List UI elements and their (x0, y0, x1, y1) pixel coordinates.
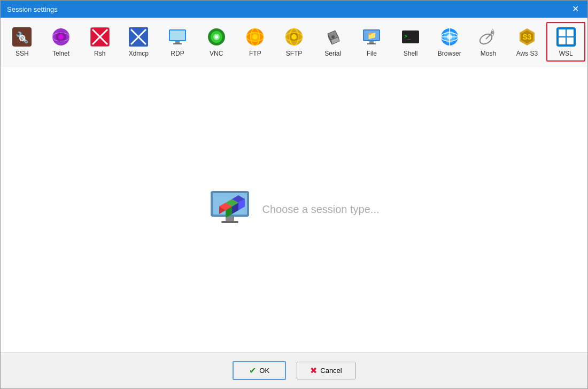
browser-label: Browser (438, 50, 461, 57)
svg-point-30 (291, 34, 297, 40)
svg-rect-56 (559, 37, 566, 44)
wsl-icon (555, 26, 577, 48)
telnet-label: Telnet (52, 50, 69, 57)
ok-button[interactable]: ✔ OK (233, 361, 286, 380)
svg-rect-16 (170, 30, 185, 40)
svg-rect-37 (369, 41, 374, 43)
svg-rect-38 (367, 43, 376, 44)
ftp-icon (244, 26, 266, 48)
ftp-label: FTP (249, 50, 261, 57)
file-icon: 📁 (361, 26, 382, 48)
main-content-area: Choose a session type... (1, 66, 587, 352)
placeholder-text: Choose a session type... (262, 203, 379, 216)
svg-text:>_: >_ (404, 33, 411, 40)
vnc-icon (206, 26, 227, 48)
sftp-icon (283, 26, 305, 48)
xdmcp-icon (128, 26, 149, 48)
cancel-button[interactable]: ✖ Cancel (297, 362, 355, 379)
ok-label: OK (259, 367, 269, 375)
shell-label: Shell (404, 50, 418, 57)
cancel-label: Cancel (320, 367, 342, 375)
svg-text:📁: 📁 (367, 31, 377, 40)
session-type-ssh[interactable]: 🔧 ⚙ SSH (3, 22, 42, 62)
session-type-sftp[interactable]: SFTP (275, 22, 314, 62)
ok-checkmark-icon: ✔ (249, 365, 256, 376)
mosh-icon (477, 26, 499, 48)
svg-rect-18 (173, 43, 182, 44)
svg-point-5 (58, 34, 64, 40)
session-type-wsl[interactable]: WSL (546, 22, 585, 62)
session-type-shell[interactable]: >_ Shell (391, 22, 430, 62)
session-type-serial[interactable]: Serial (313, 22, 352, 62)
session-type-awss3[interactable]: S3 Aws S3 (508, 22, 547, 62)
xdmcp-label: Xdmcp (129, 50, 149, 57)
vnc-label: VNC (210, 50, 223, 57)
shell-icon: >_ (400, 26, 421, 48)
sftp-label: SFTP (286, 50, 303, 57)
awss3-label: Aws S3 (516, 50, 538, 57)
file-label: File (367, 50, 377, 57)
session-type-mosh[interactable]: Mosh (469, 22, 508, 62)
rdp-icon (167, 26, 188, 48)
svg-rect-57 (567, 37, 574, 44)
svg-text:⚙: ⚙ (18, 34, 26, 43)
title-bar: Session settings ✕ (1, 1, 587, 18)
rdp-label: RDP (171, 50, 184, 57)
svg-rect-69 (226, 217, 234, 221)
session-type-rdp[interactable]: RDP (158, 22, 197, 62)
svg-point-22 (215, 35, 218, 39)
svg-point-25 (252, 34, 258, 40)
close-button[interactable]: ✕ (570, 5, 581, 13)
svg-text:S3: S3 (523, 33, 532, 41)
ssh-icon: 🔧 ⚙ (11, 26, 33, 48)
dialog-title: Session settings (7, 5, 58, 13)
session-type-rsh[interactable]: Rsh (80, 22, 119, 62)
ssh-label: SSH (16, 50, 29, 57)
session-type-file[interactable]: 📁 File (352, 22, 391, 62)
session-type-vnc[interactable]: VNC (197, 22, 236, 62)
svg-point-33 (331, 35, 335, 39)
mosh-label: Mosh (481, 50, 496, 57)
placeholder-container: Choose a session type... (208, 188, 379, 231)
session-type-ftp[interactable]: FTP (236, 22, 275, 62)
svg-rect-70 (221, 221, 238, 223)
rsh-icon (89, 26, 111, 48)
serial-icon (322, 26, 344, 48)
session-types-toolbar: 🔧 ⚙ SSH Telnet (1, 18, 587, 66)
wsl-label: WSL (559, 50, 573, 57)
rsh-label: Rsh (94, 50, 105, 57)
dialog-footer: ✔ OK ✖ Cancel (1, 352, 587, 388)
session-settings-dialog: Session settings ✕ 🔧 ⚙ SSH (0, 0, 588, 389)
placeholder-monitor-icon (208, 188, 251, 231)
awss3-icon: S3 (516, 26, 538, 48)
svg-rect-54 (559, 29, 566, 36)
browser-icon (439, 26, 460, 48)
session-type-telnet[interactable]: Telnet (42, 22, 81, 62)
telnet-icon (50, 26, 72, 48)
serial-label: Serial (324, 50, 341, 57)
cancel-x-icon: ✖ (310, 365, 317, 376)
session-type-browser[interactable]: Browser (430, 22, 469, 62)
svg-rect-17 (175, 41, 180, 43)
session-type-xdmcp[interactable]: Xdmcp (119, 22, 158, 62)
svg-rect-55 (567, 29, 574, 36)
